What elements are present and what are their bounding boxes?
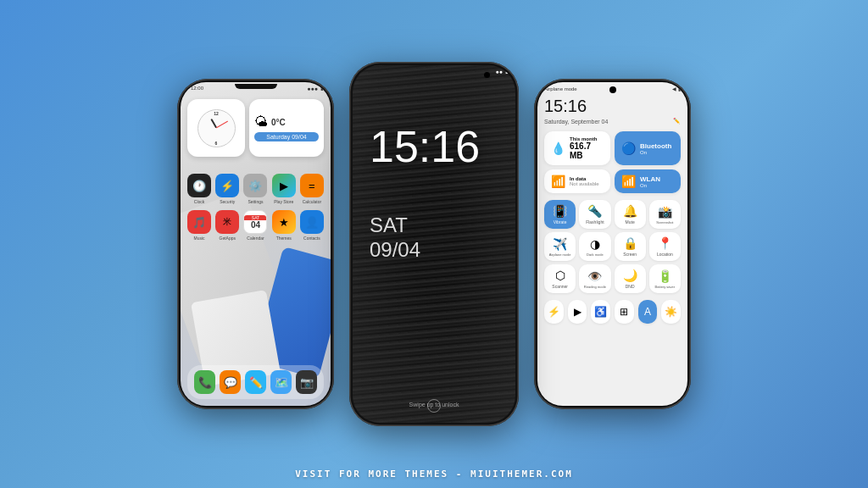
cc-tile-bluetooth[interactable]: 🔵 Bluetooth On (615, 131, 681, 165)
dock-phone[interactable]: 📞 (194, 370, 215, 394)
cc-btn-screenshot[interactable]: 📸 Screenshot (649, 200, 681, 229)
cc-btn-mute-label: Mute (626, 219, 635, 225)
cc-btn-mute[interactable]: 🔔 Mute (615, 200, 646, 229)
app-settings[interactable]: ⚙️ Settings (243, 174, 267, 204)
cc-tile-signal-sub: Not available (570, 181, 599, 186)
cc-btn-vibrate[interactable]: 📳 Vibrate (544, 200, 576, 229)
app-dock: 📞 💬 ✏️ 🗺️ 📷 (187, 365, 324, 399)
cc-btn-flash-icon: 🔦 (587, 204, 602, 218)
cc-tile-data-icon: 💧 (551, 141, 565, 155)
cc-airplane: Airplane mode (544, 86, 577, 92)
clock-min-hand (216, 121, 228, 129)
cc-edit-icon[interactable]: ✏️ (673, 118, 681, 125)
weather-icon: 🌤 (254, 114, 268, 130)
center-date-num: 09/04 (370, 238, 420, 263)
cc-bottom-more[interactable]: ⊞ (615, 300, 634, 324)
app-clock[interactable]: 🕐 Clock (187, 174, 211, 204)
cc-btn-air-icon: ✈️ (553, 237, 567, 251)
app-themes[interactable]: ★ Themes (272, 210, 296, 241)
cc-text-size-icon: A (644, 306, 651, 318)
cc-btn-vibrate-label: Vibrate (554, 219, 567, 225)
cc-bottom-screenrec[interactable]: ▶ (568, 300, 587, 324)
app-label-getapps: GetApps (220, 236, 236, 241)
cc-btn-loc-icon: 📍 (658, 236, 672, 250)
phone-right-screen: Airplane mode ◀ ▮ 15:16 Saturday, Septem… (537, 82, 687, 406)
cc-btn-bat-label: Battery saver (655, 285, 676, 289)
dock-messages[interactable]: 💬 (220, 370, 241, 394)
center-day: SAT (370, 214, 420, 238)
cc-tile-data[interactable]: 💧 This month 616.7 MB (544, 131, 610, 165)
cc-tile-bluetooth-label: Bluetooth (640, 142, 671, 150)
left-battery: ▮ (320, 85, 324, 92)
app-label-settings: Settings (248, 199, 263, 204)
app-icon-calculator: = (300, 174, 324, 197)
center-status-bar: ●● ▮ (353, 65, 515, 77)
cc-text-size-btn[interactable]: A (638, 300, 658, 324)
app-music[interactable]: 🎵 Music (187, 210, 211, 241)
watermark-text: VISIT FOR MORE THEMES - MIUITHEMER.COM (0, 469, 868, 480)
cc-btn-bat-icon: 🔋 (658, 269, 672, 283)
cc-tile-wlan[interactable]: 📶 WLAN On (615, 169, 681, 193)
center-punch-hole (484, 72, 490, 78)
cc-btn-screen[interactable]: 🔒 Screen (615, 232, 646, 261)
app-label-calendar: Calendar (247, 236, 264, 241)
app-icon-settings: ⚙️ (243, 174, 267, 197)
cc-btn-dark-label: Dark mode (587, 252, 604, 257)
cc-tile-bluetooth-icon: 🔵 (621, 141, 636, 155)
cc-tile-signal-icon: 📶 (551, 175, 565, 188)
app-label-security: Security (220, 199, 235, 204)
cc-btn-battery[interactable]: 🔋 Battery saver (649, 264, 681, 293)
phone-left-screen: 12:00 ●●● ▮ 12 6 (181, 82, 331, 406)
app-getapps[interactable]: 米 GetApps (215, 210, 239, 241)
cc-icons: ◀ ▮ (672, 86, 681, 92)
cc-brightness-btn[interactable]: ☀️ (661, 300, 681, 324)
cc-tile-bluetooth-sub: On (640, 150, 671, 155)
cc-bottom-flash[interactable]: ⚡ (544, 300, 564, 324)
cc-date: Saturday, September 04 ✏️ (537, 118, 687, 128)
cc-btn-airplane[interactable]: ✈️ Airplane mode (544, 232, 576, 261)
cc-btn-flash-label: Flashlight (586, 219, 604, 225)
weather-date: Saturday 09/04 (254, 132, 319, 141)
app-label-contacts: Contacts (303, 236, 320, 241)
app-icon-security: ⚡ (215, 174, 239, 197)
clock-face: 12 6 (198, 109, 236, 147)
cc-btn-reading[interactable]: 👁️ Reading mode (579, 264, 610, 293)
cc-btn-dnd-icon: 🌙 (623, 269, 637, 282)
app-playstore[interactable]: ▶ Play Store (272, 174, 296, 204)
cc-btn-dnd[interactable]: 🌙 DND (615, 264, 646, 293)
cc-btn-dnd-label: DND (626, 284, 635, 289)
cc-tile-signal[interactable]: 📶 In data Not available (544, 169, 610, 193)
cc-quick-grid: 📳 Vibrate 🔦 Flashlight 🔔 Mute 📸 Screensh… (537, 197, 687, 297)
app-label-themes: Themes (276, 236, 292, 241)
app-grid-row2: 🎵 Music 米 GetApps SAT 04 Calendar (181, 208, 331, 242)
weather-widget: 🌤 0°C Saturday 09/04 (249, 99, 324, 157)
app-label-calculator: Calculator (303, 199, 322, 204)
app-security[interactable]: ⚡ Security (215, 174, 239, 204)
app-contacts[interactable]: 👤 Contacts (300, 210, 324, 241)
cc-btn-dark-icon: ◑ (590, 237, 600, 251)
app-calculator[interactable]: = Calculator (300, 174, 324, 204)
cc-btn-darkmode[interactable]: ◑ Dark mode (579, 232, 610, 261)
dock-maps[interactable]: 🗺️ (270, 370, 292, 394)
app-label-clock: Clock (194, 199, 205, 204)
cc-btn-flashlight[interactable]: 🔦 Flashlight (579, 200, 610, 229)
cc-tile-wlan-sub: On (640, 183, 660, 188)
phone-right: Airplane mode ◀ ▮ 15:16 Saturday, Septem… (534, 79, 691, 409)
app-icon-themes: ★ (272, 210, 296, 234)
cc-bottom-access[interactable]: ♿ (591, 300, 610, 324)
cc-brightness-icon: ☀️ (665, 306, 677, 318)
phone-center: ●● ▮ 15:16 SAT 09/04 Swipe up to unlock (349, 62, 519, 426)
cc-btn-location[interactable]: 📍 Location (649, 232, 681, 261)
cc-tile-wlan-icon: 📶 (621, 175, 636, 188)
cc-btn-scan-icon: ⬡ (555, 269, 565, 282)
app-icon-calendar: SAT 04 (243, 210, 267, 234)
cc-btn-scan-label: Scanner (552, 284, 568, 289)
dock-camera[interactable]: 📷 (296, 370, 317, 394)
cc-btn-scanner[interactable]: ⬡ Scanner (544, 264, 576, 293)
cc-btn-vibrate-icon: 📳 (553, 204, 567, 218)
center-signal: ●● (496, 69, 503, 75)
cc-data-value: 616.7 MB (570, 141, 604, 160)
dock-notes[interactable]: ✏️ (245, 370, 266, 394)
cc-date-text: Saturday, September 04 (544, 119, 608, 125)
app-calendar[interactable]: SAT 04 Calendar (243, 210, 267, 241)
